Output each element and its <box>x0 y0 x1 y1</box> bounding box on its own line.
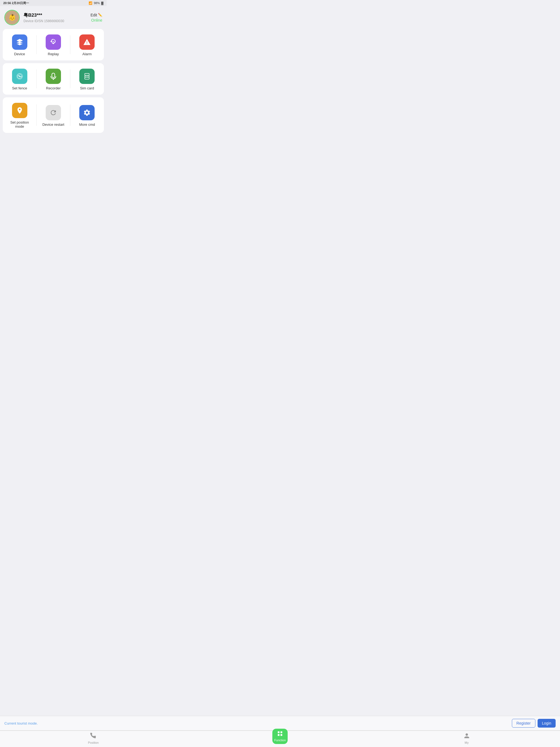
device-label: Device <box>14 52 25 56</box>
replay-item[interactable]: Replay <box>36 29 70 60</box>
card-row-items-1: Device Replay Alarm <box>3 29 104 60</box>
alarm-icon-box <box>79 34 95 50</box>
wifi-icon: 📶 <box>88 1 93 5</box>
status-time: 20:56 2月20日周一 <box>3 1 29 5</box>
device-item[interactable]: Device <box>3 29 36 60</box>
simcard-icon <box>83 73 91 80</box>
profile-name: 粤B23*** <box>24 12 87 18</box>
cards-container: Device Replay Alarm <box>0 29 107 133</box>
more-cmd-item[interactable]: More cmd <box>70 97 104 133</box>
battery-icon: ▓ <box>101 1 103 5</box>
svg-rect-2 <box>85 74 89 79</box>
set-fence-label: Set fence <box>12 86 27 90</box>
set-position-item[interactable]: Set position mode <box>3 97 36 133</box>
replay-icon-box <box>46 34 61 50</box>
svg-rect-3 <box>85 75 87 76</box>
status-bar: 20:56 2月20日周一 📶 98% ▓ <box>0 0 107 6</box>
cube-icon <box>16 38 24 46</box>
replay-icon <box>50 38 57 46</box>
recorder-item[interactable]: Recorder <box>36 63 70 95</box>
avatar: 👶 <box>4 10 20 25</box>
set-fence-item[interactable]: Set fence <box>3 63 36 95</box>
recorder-label: Recorder <box>46 86 60 90</box>
alarm-label: Alarm <box>82 52 92 56</box>
more-cmd-label: More cmd <box>79 123 95 127</box>
replay-label: Replay <box>48 52 59 56</box>
card-row-2: Set fence Recorder <box>3 63 104 95</box>
avatar-image: 👶 <box>5 10 19 25</box>
edit-online-container: Edit ✏️ Online <box>91 13 102 22</box>
sim-card-icon-box <box>79 69 95 84</box>
sim-card-label: Sim card <box>80 86 94 90</box>
restart-icon <box>50 109 57 117</box>
battery-level: 98% <box>94 1 100 5</box>
edit-button[interactable]: Edit ✏️ <box>91 13 102 17</box>
set-fence-icon-box <box>12 69 27 84</box>
card-row-items-2: Set fence Recorder <box>3 63 104 95</box>
set-position-icon-box <box>12 103 27 118</box>
alarm-item[interactable]: Alarm <box>70 29 104 60</box>
svg-rect-5 <box>85 77 87 78</box>
svg-rect-4 <box>87 75 88 76</box>
card-row-items-3: Set position mode Device restart More cm… <box>3 97 104 133</box>
online-status: Online <box>91 18 102 22</box>
status-icons: 📶 98% ▓ <box>88 1 103 5</box>
sim-card-item[interactable]: Sim card <box>70 63 104 95</box>
card-row-3: Set position mode Device restart More cm… <box>3 97 104 133</box>
device-restart-icon-box <box>46 105 61 120</box>
svg-rect-6 <box>87 77 88 78</box>
device-restart-label: Device restart <box>42 123 64 127</box>
set-position-label: Set position mode <box>5 120 34 129</box>
recorder-icon <box>50 73 57 80</box>
device-restart-item[interactable]: Device restart <box>36 97 70 133</box>
gear-icon <box>83 109 91 117</box>
pencil-icon: ✏️ <box>98 13 102 17</box>
profile-info: 粤B23*** Device ID/SN 15866660030 <box>24 12 87 23</box>
position-icon <box>16 107 24 114</box>
device-icon-box <box>12 34 27 50</box>
fence-icon <box>16 73 24 80</box>
recorder-icon-box <box>46 69 61 84</box>
edit-label: Edit <box>91 13 97 17</box>
card-row-1: Device Replay Alarm <box>3 29 104 60</box>
profile-header: 👶 粤B23*** Device ID/SN 15866660030 Edit … <box>0 6 107 29</box>
more-cmd-icon-box <box>79 105 95 120</box>
profile-device-id: Device ID/SN 15866660030 <box>24 19 87 23</box>
alarm-icon <box>83 38 91 46</box>
